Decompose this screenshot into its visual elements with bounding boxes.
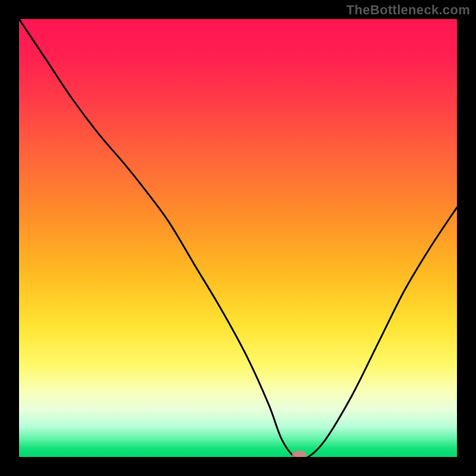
plot-area (19, 19, 457, 457)
optimal-point-marker (292, 451, 306, 457)
chart-frame: TheBottleneck.com (0, 0, 476, 476)
watermark-text: TheBottleneck.com (346, 2, 470, 18)
bottleneck-curve (19, 19, 457, 457)
